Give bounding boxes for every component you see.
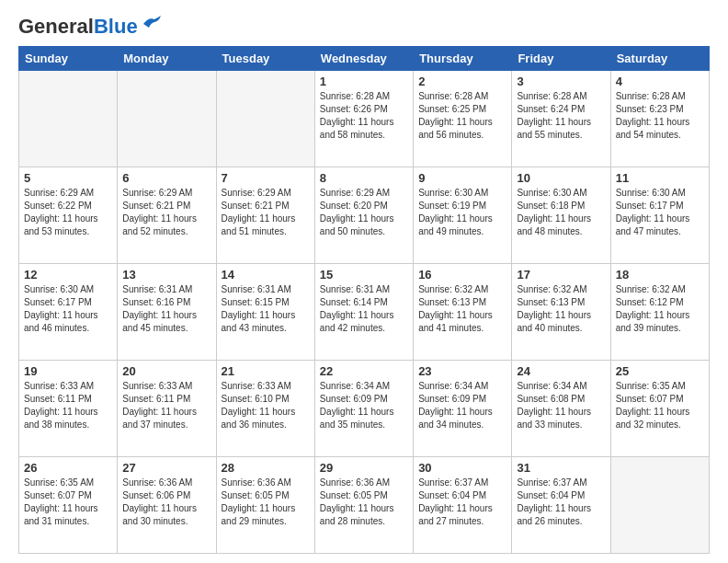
day-number: 20	[122, 364, 210, 378]
cell-info: Sunrise: 6:34 AM Sunset: 6:08 PM Dayligh…	[517, 380, 605, 431]
calendar-cell: 6Sunrise: 6:29 AM Sunset: 6:21 PM Daylig…	[118, 167, 216, 264]
cell-info: Sunrise: 6:30 AM Sunset: 6:17 PM Dayligh…	[616, 187, 704, 238]
calendar-cell	[19, 71, 118, 167]
calendar-cell	[610, 457, 709, 554]
cell-info: Sunrise: 6:35 AM Sunset: 6:07 PM Dayligh…	[616, 380, 704, 431]
cell-info: Sunrise: 6:32 AM Sunset: 6:12 PM Dayligh…	[616, 283, 704, 335]
cell-info: Sunrise: 6:28 AM Sunset: 6:25 PM Dayligh…	[418, 90, 506, 142]
logo-bird-icon	[142, 15, 162, 31]
cell-info: Sunrise: 6:28 AM Sunset: 6:23 PM Dayligh…	[616, 90, 704, 142]
logo-blue: Blue	[94, 15, 138, 38]
week-row-3: 12Sunrise: 6:30 AM Sunset: 6:17 PM Dayli…	[19, 264, 710, 361]
calendar-cell: 2Sunrise: 6:28 AM Sunset: 6:25 PM Daylig…	[414, 71, 512, 167]
cell-info: Sunrise: 6:29 AM Sunset: 6:20 PM Dayligh…	[320, 187, 408, 238]
calendar-cell: 23Sunrise: 6:34 AM Sunset: 6:09 PM Dayli…	[414, 361, 512, 457]
weekday-header-tuesday: Tuesday	[216, 47, 314, 71]
calendar-cell: 5Sunrise: 6:29 AM Sunset: 6:22 PM Daylig…	[19, 167, 118, 264]
cell-info: Sunrise: 6:32 AM Sunset: 6:13 PM Dayligh…	[418, 283, 506, 335]
calendar-cell: 15Sunrise: 6:31 AM Sunset: 6:14 PM Dayli…	[314, 264, 413, 361]
calendar-cell: 30Sunrise: 6:37 AM Sunset: 6:04 PM Dayli…	[414, 457, 512, 554]
day-number: 15	[320, 268, 408, 282]
weekday-header-row: SundayMondayTuesdayWednesdayThursdayFrid…	[19, 47, 710, 71]
cell-info: Sunrise: 6:35 AM Sunset: 6:07 PM Dayligh…	[24, 477, 112, 528]
cell-info: Sunrise: 6:33 AM Sunset: 6:11 PM Dayligh…	[122, 380, 210, 431]
cell-info: Sunrise: 6:34 AM Sunset: 6:09 PM Dayligh…	[418, 380, 506, 431]
day-number: 19	[24, 364, 112, 378]
cell-info: Sunrise: 6:37 AM Sunset: 6:04 PM Dayligh…	[517, 477, 605, 528]
day-number: 26	[24, 461, 112, 475]
calendar-cell: 21Sunrise: 6:33 AM Sunset: 6:10 PM Dayli…	[216, 361, 314, 457]
calendar-cell	[216, 71, 314, 167]
day-number: 13	[122, 268, 210, 282]
page: GeneralBlue SundayMondayTuesdayWednesday…	[0, 0, 728, 563]
cell-info: Sunrise: 6:29 AM Sunset: 6:21 PM Dayligh…	[122, 187, 210, 238]
day-number: 30	[418, 461, 506, 475]
calendar-cell: 19Sunrise: 6:33 AM Sunset: 6:11 PM Dayli…	[19, 361, 118, 457]
day-number: 25	[616, 364, 704, 378]
calendar-cell: 14Sunrise: 6:31 AM Sunset: 6:15 PM Dayli…	[216, 264, 314, 361]
cell-info: Sunrise: 6:37 AM Sunset: 6:04 PM Dayligh…	[418, 477, 506, 528]
day-number: 5	[24, 171, 112, 185]
cell-info: Sunrise: 6:28 AM Sunset: 6:24 PM Dayligh…	[517, 90, 605, 142]
calendar-cell: 28Sunrise: 6:36 AM Sunset: 6:05 PM Dayli…	[216, 457, 314, 554]
calendar-cell: 13Sunrise: 6:31 AM Sunset: 6:16 PM Dayli…	[118, 264, 216, 361]
day-number: 7	[222, 171, 310, 185]
day-number: 29	[320, 461, 408, 475]
day-number: 31	[517, 461, 605, 475]
calendar-cell: 17Sunrise: 6:32 AM Sunset: 6:13 PM Dayli…	[512, 264, 610, 361]
calendar-cell: 29Sunrise: 6:36 AM Sunset: 6:05 PM Dayli…	[314, 457, 413, 554]
day-number: 2	[418, 75, 506, 88]
calendar-cell: 22Sunrise: 6:34 AM Sunset: 6:09 PM Dayli…	[314, 361, 413, 457]
calendar-cell: 8Sunrise: 6:29 AM Sunset: 6:20 PM Daylig…	[314, 167, 413, 264]
cell-info: Sunrise: 6:31 AM Sunset: 6:16 PM Dayligh…	[122, 283, 210, 335]
day-number: 16	[418, 268, 506, 282]
weekday-header-thursday: Thursday	[414, 47, 512, 71]
weekday-header-sunday: Sunday	[19, 47, 118, 71]
day-number: 6	[122, 171, 210, 185]
calendar-cell: 18Sunrise: 6:32 AM Sunset: 6:12 PM Dayli…	[610, 264, 709, 361]
day-number: 18	[616, 268, 704, 282]
calendar-cell: 11Sunrise: 6:30 AM Sunset: 6:17 PM Dayli…	[610, 167, 709, 264]
day-number: 17	[517, 268, 605, 282]
weekday-header-wednesday: Wednesday	[314, 47, 413, 71]
day-number: 24	[517, 364, 605, 378]
cell-info: Sunrise: 6:36 AM Sunset: 6:06 PM Dayligh…	[122, 477, 210, 528]
logo: GeneralBlue	[18, 17, 162, 37]
cell-info: Sunrise: 6:33 AM Sunset: 6:11 PM Dayligh…	[24, 380, 112, 431]
cell-info: Sunrise: 6:36 AM Sunset: 6:05 PM Dayligh…	[320, 477, 408, 528]
calendar-cell: 12Sunrise: 6:30 AM Sunset: 6:17 PM Dayli…	[19, 264, 118, 361]
calendar-cell: 27Sunrise: 6:36 AM Sunset: 6:06 PM Dayli…	[118, 457, 216, 554]
day-number: 21	[222, 364, 310, 378]
day-number: 10	[517, 171, 605, 185]
day-number: 3	[517, 75, 605, 88]
logo-text: GeneralBlue	[18, 17, 138, 37]
cell-info: Sunrise: 6:30 AM Sunset: 6:18 PM Dayligh…	[517, 187, 605, 238]
calendar-cell: 25Sunrise: 6:35 AM Sunset: 6:07 PM Dayli…	[610, 361, 709, 457]
day-number: 27	[122, 461, 210, 475]
calendar-cell: 31Sunrise: 6:37 AM Sunset: 6:04 PM Dayli…	[512, 457, 610, 554]
calendar-cell: 4Sunrise: 6:28 AM Sunset: 6:23 PM Daylig…	[610, 71, 709, 167]
header: GeneralBlue	[18, 17, 710, 37]
cell-info: Sunrise: 6:29 AM Sunset: 6:21 PM Dayligh…	[222, 187, 310, 238]
cell-info: Sunrise: 6:34 AM Sunset: 6:09 PM Dayligh…	[320, 380, 408, 431]
cell-info: Sunrise: 6:30 AM Sunset: 6:19 PM Dayligh…	[418, 187, 506, 238]
weekday-header-monday: Monday	[118, 47, 216, 71]
week-row-5: 26Sunrise: 6:35 AM Sunset: 6:07 PM Dayli…	[19, 457, 710, 554]
day-number: 22	[320, 364, 408, 378]
calendar-cell: 7Sunrise: 6:29 AM Sunset: 6:21 PM Daylig…	[216, 167, 314, 264]
weekday-header-friday: Friday	[512, 47, 610, 71]
day-number: 1	[320, 75, 408, 88]
calendar-cell	[118, 71, 216, 167]
calendar-cell: 16Sunrise: 6:32 AM Sunset: 6:13 PM Dayli…	[414, 264, 512, 361]
day-number: 8	[320, 171, 408, 185]
day-number: 11	[616, 171, 704, 185]
day-number: 12	[24, 268, 112, 282]
calendar-cell: 9Sunrise: 6:30 AM Sunset: 6:19 PM Daylig…	[414, 167, 512, 264]
cell-info: Sunrise: 6:31 AM Sunset: 6:15 PM Dayligh…	[222, 283, 310, 335]
calendar-cell: 26Sunrise: 6:35 AM Sunset: 6:07 PM Dayli…	[19, 457, 118, 554]
cell-info: Sunrise: 6:36 AM Sunset: 6:05 PM Dayligh…	[222, 477, 310, 528]
cell-info: Sunrise: 6:29 AM Sunset: 6:22 PM Dayligh…	[24, 187, 112, 238]
week-row-2: 5Sunrise: 6:29 AM Sunset: 6:22 PM Daylig…	[19, 167, 710, 264]
day-number: 28	[222, 461, 310, 475]
day-number: 4	[616, 75, 704, 88]
